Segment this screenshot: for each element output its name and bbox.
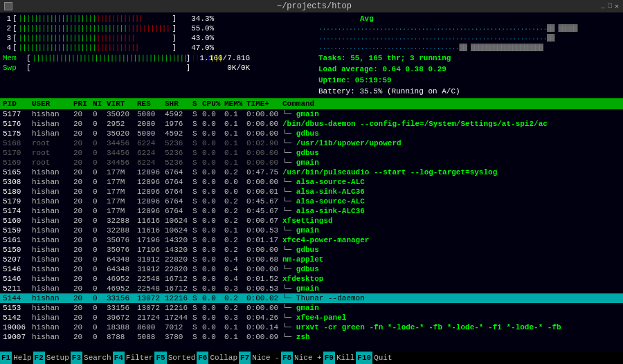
proc-cpu: 0.0	[202, 129, 224, 138]
table-row[interactable]: 5168 root 20 0 34456 6224 5236 S 0.0 0.1…	[0, 138, 623, 148]
footer-btn-f10[interactable]: F10Quit	[356, 352, 393, 364]
proc-user: hishan	[32, 226, 73, 235]
table-row[interactable]: 5146 hishan 20 0 64348 31912 22820 S 0.0…	[0, 264, 623, 274]
table-row[interactable]: 5207 hishan 20 0 64348 31912 22820 S 0.0…	[0, 255, 623, 264]
footer-num: F6	[197, 352, 208, 364]
proc-cpu: 0.0	[202, 197, 224, 206]
table-row[interactable]: 5144 hishan 20 0 33156 13072 12216 S 0.0…	[0, 293, 623, 303]
table-row[interactable]: 5180 hishan 20 0 177M 12896 6764 S 0.0 0…	[0, 187, 623, 197]
cpu-row-1: 1 [ |||||||||||||||||||||||||||||||| ] 3…	[3, 14, 305, 24]
window-controls[interactable]: _ □ ✕	[601, 2, 623, 10]
table-row[interactable]: 5177 hishan 20 0 35020 5000 4592 S 0.0 0…	[0, 109, 623, 119]
process-list[interactable]: 5177 hishan 20 0 35020 5000 4592 S 0.0 0…	[0, 109, 623, 352]
table-row[interactable]: 5211 hishan 20 0 46952 22548 16712 S 0.0…	[0, 284, 623, 293]
proc-pid: 5176	[3, 120, 32, 128]
footer-label: Help	[12, 352, 33, 364]
table-row[interactable]: 5176 hishan 20 0 2952 2080 1976 S 0.0 0.…	[0, 119, 623, 129]
proc-user: hishan	[32, 255, 73, 264]
footer-label: Search	[82, 352, 113, 364]
proc-ni: 0	[93, 197, 107, 206]
swp-row: Swp [ ] 0K/0K	[3, 63, 305, 73]
table-row[interactable]: 5150 hishan 20 0 35076 17196 14320 S 0.0…	[0, 245, 623, 255]
cpu-bar-2: ||||||||||||||||||||||||||||||||||||||||…	[19, 24, 171, 33]
proc-virt: 18388	[107, 323, 137, 331]
footer-btn-f6[interactable]: F6Collap	[197, 352, 239, 364]
proc-pid: 5165	[3, 168, 32, 176]
table-row[interactable]: 5159 hishan 20 0 32288 11616 10624 S 0.0…	[0, 226, 623, 235]
proc-cpu: 0.0	[202, 226, 224, 235]
proc-cpu: 0.0	[202, 333, 224, 341]
proc-res: 17196	[137, 236, 165, 244]
proc-res: 2080	[137, 120, 165, 128]
table-row[interactable]: 5169 root 20 0 34456 6224 5236 S 0.0 0.1…	[0, 158, 623, 167]
footer-btn-f2[interactable]: F2Setup	[33, 352, 71, 364]
proc-virt: 177M	[107, 207, 137, 215]
proc-pid: 5211	[3, 284, 32, 293]
proc-res: 11616	[137, 217, 165, 225]
footer-label: Collap	[208, 352, 239, 364]
proc-mem: 0.2	[224, 246, 246, 254]
footer-label: Nice -	[251, 352, 281, 364]
proc-shr: 6764	[165, 188, 192, 196]
footer-btn-f5[interactable]: F5Sorted	[154, 352, 197, 364]
proc-cpu: 0.0	[202, 188, 224, 196]
tasks-stat: Tasks: 55, 165 thr; 3 running	[318, 53, 620, 64]
proc-ni: 0	[93, 236, 107, 244]
proc-ni: 0	[93, 217, 107, 225]
table-row[interactable]: 5161 hishan 20 0 35076 17196 14320 S 0.0…	[0, 235, 623, 245]
proc-time: 0:02.90	[246, 139, 282, 147]
proc-s: S	[192, 294, 202, 302]
proc-shr: 6764	[165, 197, 192, 206]
footer-btn-f1[interactable]: F1Help	[0, 352, 33, 364]
proc-pid: 19006	[3, 323, 32, 331]
table-row[interactable]: 19006 hishan 20 0 18388 8600 7012 S 0.0 …	[0, 322, 623, 332]
cpu-label-2: 2	[3, 24, 11, 33]
footer-btn-f8[interactable]: F8Nice +	[281, 352, 323, 364]
proc-cmd: nm-applet	[282, 255, 620, 264]
table-row[interactable]: 5179 hishan 20 0 177M 12896 6764 S 0.0 0…	[0, 197, 623, 206]
table-row[interactable]: 5175 hishan 20 0 35020 5000 4592 S 0.0 0…	[0, 129, 623, 138]
footer-btn-f9[interactable]: F9Kill	[323, 352, 356, 364]
header-s: S	[192, 100, 202, 108]
table-row[interactable]: 5160 hishan 20 0 32288 11616 10624 S 0.0…	[0, 216, 623, 226]
footer-btn-f4[interactable]: F4Filter	[113, 352, 155, 364]
footer-btn-f7[interactable]: F7Nice -	[239, 352, 281, 364]
proc-res: 22548	[137, 284, 165, 293]
proc-cpu: 0.0	[202, 120, 224, 128]
table-row[interactable]: 19007 hishan 20 0 8788 5088 3780 S 0.0 0…	[0, 332, 623, 342]
table-row[interactable]: 5170 root 20 0 34456 6224 5236 S 0.0 0.1…	[0, 148, 623, 158]
proc-virt: 34456	[107, 139, 137, 147]
table-row[interactable]: 5165 hishan 20 0 177M 12896 6764 S 0.0 0…	[0, 167, 623, 177]
terminal-window: ~/projects/htop _ □ ✕ 1 [ ||||||||||||||…	[0, 0, 623, 364]
table-row[interactable]: 5153 hishan 20 0 33156 13072 12216 S 0.0…	[0, 303, 623, 313]
proc-pri: 20	[73, 168, 93, 176]
proc-ni: 0	[93, 265, 107, 273]
swp-bar	[33, 64, 185, 72]
footer-btn-f3[interactable]: F3Search	[71, 352, 113, 364]
proc-pid: 5150	[3, 246, 32, 254]
proc-cmd: └─ xfce4-panel	[282, 313, 620, 322]
proc-ni: 0	[93, 129, 107, 138]
proc-time: 0:00.00	[246, 265, 282, 273]
mem-rows: Mem [ ||||||||||||||||||||||||||||||||||…	[3, 53, 305, 73]
proc-pid: 5153	[3, 304, 32, 312]
proc-pri: 20	[73, 304, 93, 312]
proc-s: S	[192, 226, 202, 235]
proc-mem: 0.0	[224, 188, 246, 196]
proc-ni: 0	[93, 294, 107, 302]
table-row[interactable]: 5174 hishan 20 0 177M 12896 6764 S 0.0 0…	[0, 206, 623, 216]
proc-cpu: 0.0	[202, 294, 224, 302]
proc-user: hishan	[32, 284, 73, 293]
proc-time: 0:45.67	[246, 197, 282, 206]
table-row[interactable]: 5308 hishan 20 0 177M 12896 6764 S 0.0 0…	[0, 177, 623, 187]
proc-cpu: 0.0	[202, 304, 224, 312]
header-time: TIME+	[246, 100, 282, 108]
close-button[interactable]: ✕	[615, 2, 619, 10]
proc-shr: 16712	[165, 284, 192, 293]
table-row[interactable]: 5146 hishan 20 0 46952 22548 16712 S 0.0…	[0, 274, 623, 284]
cpu-bar-1: ||||||||||||||||||||||||||||||||	[19, 15, 171, 23]
header-user: USER	[32, 100, 73, 108]
minimize-button[interactable]: _	[601, 2, 605, 10]
maximize-button[interactable]: □	[608, 2, 612, 10]
table-row[interactable]: 5142 hishan 20 0 39672 21724 17244 S 0.0…	[0, 313, 623, 322]
